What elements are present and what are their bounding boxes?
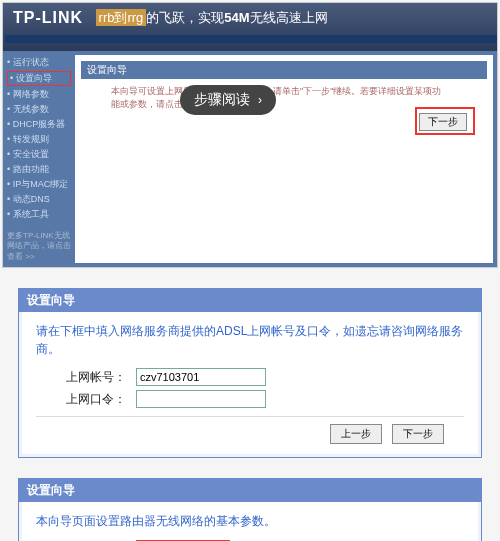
wizard-title: 设置向导 [81,61,487,79]
logo: TP-LINK [5,5,91,31]
router-admin-panel: TP-LINK rrb到rrg的飞跃，实现54M无线高速上网 • 运行状态• 设… [2,2,498,268]
step-read-overlay[interactable]: 步骤阅读 › [180,85,276,115]
next-button[interactable]: 下一步 [392,424,444,444]
sidebar-item[interactable]: • 转发规则 [7,132,71,147]
panel3-desc: 本向导页面设置路由器无线网络的基本参数。 [36,512,464,530]
sidebar-item[interactable]: • 设置向导 [7,71,71,86]
adsl-wizard-panel: 设置向导 请在下框中填入网络服务商提供的ADSL上网帐号及口令，如遗忘请咨询网络… [18,288,482,458]
panel3-title: 设置向导 [19,479,481,502]
panel2-title: 设置向导 [19,289,481,312]
panel2-desc: 请在下框中填入网络服务商提供的ADSL上网帐号及口令，如遗忘请咨询网络服务商。 [36,322,464,358]
form-row: 上网帐号： [66,368,464,386]
slogan: rrb到rrg的飞跃，实现54M无线高速上网 [96,5,328,27]
banner: TP-LINK rrb到rrg的飞跃，实现54M无线高速上网 [3,3,497,51]
sidebar-item[interactable]: • 安全设置 [7,147,71,162]
next-button[interactable]: 下一步 [419,113,467,131]
watermark-baidu: Baidu 经验jingyan.baidu.com [419,237,487,259]
field-label: 上网口令： [66,391,136,408]
sidebar-item[interactable]: • 网络参数 [7,87,71,102]
field-label: 上网帐号： [66,369,136,386]
account-input[interactable] [136,368,266,386]
sidebar-item[interactable]: • 系统工具 [7,207,71,222]
prev-button[interactable]: 上一步 [330,424,382,444]
wireless-wizard-panel: 设置向导 本向导页面设置路由器无线网络的基本参数。 无线状态： 开启 SSID：… [18,478,482,541]
sidebar-item[interactable]: • IP与MAC绑定 [7,177,71,192]
password-input[interactable] [136,390,266,408]
sidebar-item[interactable]: • 路由功能 [7,162,71,177]
sidebar-item[interactable]: • 动态DNS [7,192,71,207]
chevron-right-icon: › [258,93,262,107]
sidebar-item[interactable]: • DHCP服务器 [7,117,71,132]
sidebar-item[interactable]: • 运行状态 [7,55,71,70]
sidebar-footer[interactable]: 更多TP-LINK无线网络产品，请点击查看 >> [7,230,71,263]
overlay-text: 步骤阅读 [194,91,250,109]
sidebar-item[interactable]: • 无线参数 [7,102,71,117]
next-highlight-box: 下一步 [415,107,475,135]
sidebar: • 运行状态• 设置向导• 网络参数• 无线参数• DHCP服务器• 转发规则•… [3,51,75,267]
wizard-pane: 设置向导 本向导可设置上网所需的基本网络参数，请单击"下一步"继续。若要详细设置… [75,55,493,263]
form-row: 上网口令： [66,390,464,408]
